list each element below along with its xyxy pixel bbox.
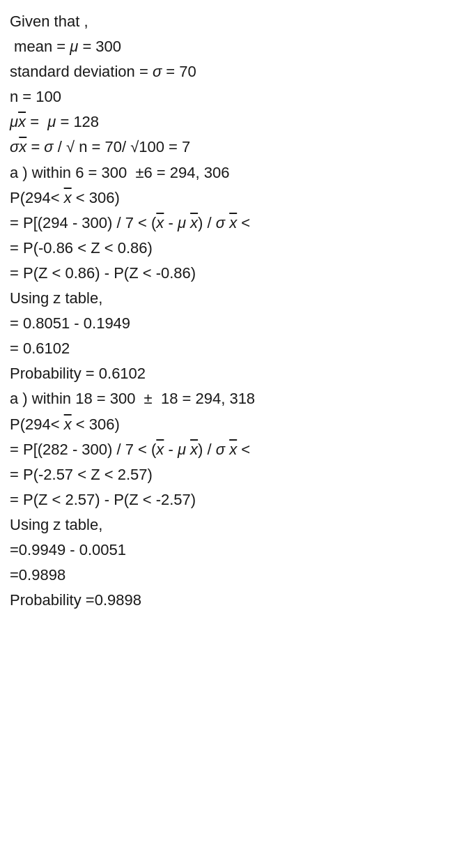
line-mu-x-bar: μx = μ = 128 [10,110,463,134]
line-prob-294-306: P(294< x < 306) [10,186,463,210]
line-using-z-table-2: Using z table, [10,513,463,537]
line-result-2: =0.9898 [10,563,463,587]
line-probability-1: Probability = 0.6102 [10,362,463,386]
line-sigma-x-bar: σx = σ / √ n = 70/ √100 = 7 [10,135,463,159]
line-p-z-split-2: = P(Z < 2.57) - P(Z < -2.57) [10,488,463,512]
line-mean: mean = μ = 300 [10,35,463,59]
line-n: n = 100 [10,85,463,109]
line-a-within-6: a ) within 6 = 300 ±6 = 294, 306 [10,161,463,185]
line-p-z-range-1: = P(-0.86 < Z < 0.86) [10,236,463,260]
math-content: Given that , mean = μ = 300 standard dev… [10,10,463,612]
line-std-dev: standard deviation = σ = 70 [10,60,463,84]
line-p-z-range-2: = P(-2.57 < Z < 2.57) [10,463,463,487]
line-z-values-1: = 0.8051 - 0.1949 [10,312,463,335]
line-probability-2: Probability =0.9898 [10,588,463,612]
line-a-within-18: a ) within 18 = 300 ± 18 = 294, 318 [10,387,463,411]
line-given-that: Given that , [10,10,463,33]
line-z-transform-1: = P[(294 - 300) / 7 < (x - μ x) / σ x < [10,211,463,235]
line-result-1: = 0.6102 [10,337,463,360]
line-using-z-table-1: Using z table, [10,287,463,310]
line-z-values-2: =0.9949 - 0.0051 [10,538,463,562]
line-z-transform-2: = P[(282 - 300) / 7 < (x - μ x) / σ x < [10,438,463,462]
line-prob-294-306-b: P(294< x < 306) [10,413,463,436]
line-p-z-split-1: = P(Z < 0.86) - P(Z < -0.86) [10,261,463,285]
